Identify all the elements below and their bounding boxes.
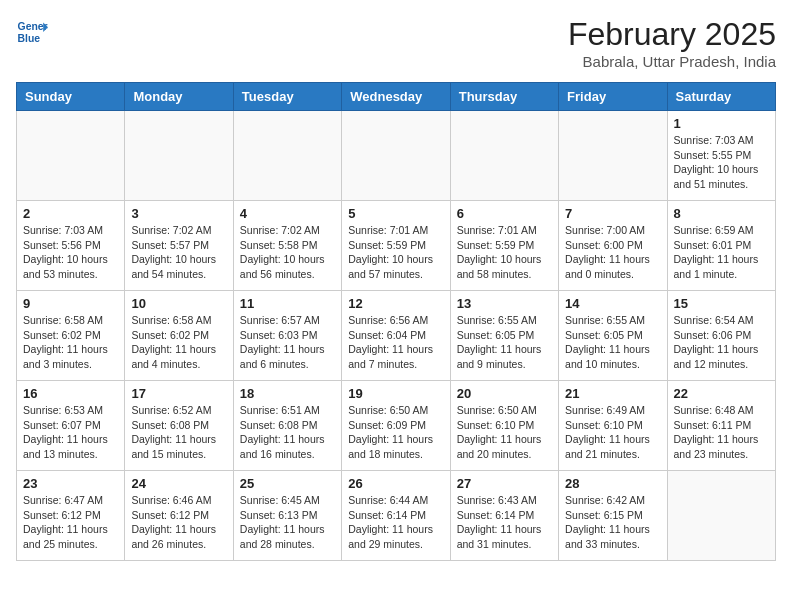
- day-number: 4: [240, 206, 335, 221]
- day-number: 2: [23, 206, 118, 221]
- day-info: Sunrise: 6:42 AMSunset: 6:15 PMDaylight:…: [565, 493, 660, 552]
- day-number: 10: [131, 296, 226, 311]
- page-header: General Blue February 2025 Babrala, Utta…: [16, 16, 776, 70]
- day-number: 5: [348, 206, 443, 221]
- day-info: Sunrise: 6:54 AMSunset: 6:06 PMDaylight:…: [674, 313, 769, 372]
- calendar-cell: [450, 111, 558, 201]
- calendar-cell: 10Sunrise: 6:58 AMSunset: 6:02 PMDayligh…: [125, 291, 233, 381]
- day-info: Sunrise: 6:52 AMSunset: 6:08 PMDaylight:…: [131, 403, 226, 462]
- day-number: 11: [240, 296, 335, 311]
- day-number: 27: [457, 476, 552, 491]
- calendar-cell: [559, 111, 667, 201]
- calendar-cell: 18Sunrise: 6:51 AMSunset: 6:08 PMDayligh…: [233, 381, 341, 471]
- calendar-cell: 14Sunrise: 6:55 AMSunset: 6:05 PMDayligh…: [559, 291, 667, 381]
- calendar-week-4: 16Sunrise: 6:53 AMSunset: 6:07 PMDayligh…: [17, 381, 776, 471]
- calendar-cell: 28Sunrise: 6:42 AMSunset: 6:15 PMDayligh…: [559, 471, 667, 561]
- day-number: 20: [457, 386, 552, 401]
- weekday-header-friday: Friday: [559, 83, 667, 111]
- calendar-cell: 1Sunrise: 7:03 AMSunset: 5:55 PMDaylight…: [667, 111, 775, 201]
- day-info: Sunrise: 6:55 AMSunset: 6:05 PMDaylight:…: [565, 313, 660, 372]
- day-number: 23: [23, 476, 118, 491]
- day-info: Sunrise: 7:00 AMSunset: 6:00 PMDaylight:…: [565, 223, 660, 282]
- calendar-week-3: 9Sunrise: 6:58 AMSunset: 6:02 PMDaylight…: [17, 291, 776, 381]
- day-number: 19: [348, 386, 443, 401]
- day-number: 18: [240, 386, 335, 401]
- calendar-cell: [125, 111, 233, 201]
- calendar-cell: 21Sunrise: 6:49 AMSunset: 6:10 PMDayligh…: [559, 381, 667, 471]
- day-number: 22: [674, 386, 769, 401]
- day-info: Sunrise: 6:45 AMSunset: 6:13 PMDaylight:…: [240, 493, 335, 552]
- day-number: 9: [23, 296, 118, 311]
- logo: General Blue: [16, 16, 48, 48]
- day-info: Sunrise: 6:46 AMSunset: 6:12 PMDaylight:…: [131, 493, 226, 552]
- calendar-cell: 22Sunrise: 6:48 AMSunset: 6:11 PMDayligh…: [667, 381, 775, 471]
- calendar-cell: [17, 111, 125, 201]
- day-info: Sunrise: 6:47 AMSunset: 6:12 PMDaylight:…: [23, 493, 118, 552]
- weekday-header-sunday: Sunday: [17, 83, 125, 111]
- day-number: 13: [457, 296, 552, 311]
- calendar-cell: 11Sunrise: 6:57 AMSunset: 6:03 PMDayligh…: [233, 291, 341, 381]
- day-number: 8: [674, 206, 769, 221]
- weekday-header-monday: Monday: [125, 83, 233, 111]
- calendar-cell: 16Sunrise: 6:53 AMSunset: 6:07 PMDayligh…: [17, 381, 125, 471]
- day-number: 12: [348, 296, 443, 311]
- calendar-cell: [233, 111, 341, 201]
- calendar-cell: 23Sunrise: 6:47 AMSunset: 6:12 PMDayligh…: [17, 471, 125, 561]
- calendar-cell: 19Sunrise: 6:50 AMSunset: 6:09 PMDayligh…: [342, 381, 450, 471]
- day-info: Sunrise: 6:50 AMSunset: 6:10 PMDaylight:…: [457, 403, 552, 462]
- day-info: Sunrise: 6:51 AMSunset: 6:08 PMDaylight:…: [240, 403, 335, 462]
- day-info: Sunrise: 7:03 AMSunset: 5:56 PMDaylight:…: [23, 223, 118, 282]
- day-info: Sunrise: 6:44 AMSunset: 6:14 PMDaylight:…: [348, 493, 443, 552]
- calendar-cell: [667, 471, 775, 561]
- title-block: February 2025 Babrala, Uttar Pradesh, In…: [568, 16, 776, 70]
- calendar-cell: 13Sunrise: 6:55 AMSunset: 6:05 PMDayligh…: [450, 291, 558, 381]
- day-info: Sunrise: 7:01 AMSunset: 5:59 PMDaylight:…: [348, 223, 443, 282]
- day-info: Sunrise: 7:01 AMSunset: 5:59 PMDaylight:…: [457, 223, 552, 282]
- day-number: 1: [674, 116, 769, 131]
- calendar-cell: 24Sunrise: 6:46 AMSunset: 6:12 PMDayligh…: [125, 471, 233, 561]
- day-number: 7: [565, 206, 660, 221]
- day-number: 6: [457, 206, 552, 221]
- day-number: 17: [131, 386, 226, 401]
- calendar-cell: [342, 111, 450, 201]
- calendar-cell: 9Sunrise: 6:58 AMSunset: 6:02 PMDaylight…: [17, 291, 125, 381]
- day-info: Sunrise: 6:48 AMSunset: 6:11 PMDaylight:…: [674, 403, 769, 462]
- day-info: Sunrise: 7:03 AMSunset: 5:55 PMDaylight:…: [674, 133, 769, 192]
- day-number: 21: [565, 386, 660, 401]
- month-year-title: February 2025: [568, 16, 776, 53]
- calendar-cell: 25Sunrise: 6:45 AMSunset: 6:13 PMDayligh…: [233, 471, 341, 561]
- weekday-header-wednesday: Wednesday: [342, 83, 450, 111]
- day-number: 24: [131, 476, 226, 491]
- day-info: Sunrise: 7:02 AMSunset: 5:57 PMDaylight:…: [131, 223, 226, 282]
- calendar-cell: 27Sunrise: 6:43 AMSunset: 6:14 PMDayligh…: [450, 471, 558, 561]
- weekday-header-saturday: Saturday: [667, 83, 775, 111]
- day-info: Sunrise: 6:58 AMSunset: 6:02 PMDaylight:…: [131, 313, 226, 372]
- calendar-cell: 26Sunrise: 6:44 AMSunset: 6:14 PMDayligh…: [342, 471, 450, 561]
- calendar-cell: 3Sunrise: 7:02 AMSunset: 5:57 PMDaylight…: [125, 201, 233, 291]
- day-number: 28: [565, 476, 660, 491]
- logo-icon: General Blue: [16, 16, 48, 48]
- calendar-cell: 7Sunrise: 7:00 AMSunset: 6:00 PMDaylight…: [559, 201, 667, 291]
- svg-text:Blue: Blue: [18, 33, 41, 44]
- day-number: 14: [565, 296, 660, 311]
- calendar-week-5: 23Sunrise: 6:47 AMSunset: 6:12 PMDayligh…: [17, 471, 776, 561]
- day-info: Sunrise: 6:56 AMSunset: 6:04 PMDaylight:…: [348, 313, 443, 372]
- day-info: Sunrise: 6:49 AMSunset: 6:10 PMDaylight:…: [565, 403, 660, 462]
- day-number: 15: [674, 296, 769, 311]
- day-info: Sunrise: 6:59 AMSunset: 6:01 PMDaylight:…: [674, 223, 769, 282]
- day-info: Sunrise: 6:50 AMSunset: 6:09 PMDaylight:…: [348, 403, 443, 462]
- day-number: 16: [23, 386, 118, 401]
- day-number: 25: [240, 476, 335, 491]
- weekday-header-thursday: Thursday: [450, 83, 558, 111]
- calendar-cell: 15Sunrise: 6:54 AMSunset: 6:06 PMDayligh…: [667, 291, 775, 381]
- calendar-cell: 20Sunrise: 6:50 AMSunset: 6:10 PMDayligh…: [450, 381, 558, 471]
- weekday-header-row: SundayMondayTuesdayWednesdayThursdayFrid…: [17, 83, 776, 111]
- calendar-cell: 5Sunrise: 7:01 AMSunset: 5:59 PMDaylight…: [342, 201, 450, 291]
- calendar-cell: 12Sunrise: 6:56 AMSunset: 6:04 PMDayligh…: [342, 291, 450, 381]
- calendar-cell: 2Sunrise: 7:03 AMSunset: 5:56 PMDaylight…: [17, 201, 125, 291]
- day-info: Sunrise: 6:53 AMSunset: 6:07 PMDaylight:…: [23, 403, 118, 462]
- day-number: 3: [131, 206, 226, 221]
- day-info: Sunrise: 6:58 AMSunset: 6:02 PMDaylight:…: [23, 313, 118, 372]
- calendar-cell: 17Sunrise: 6:52 AMSunset: 6:08 PMDayligh…: [125, 381, 233, 471]
- calendar-cell: 8Sunrise: 6:59 AMSunset: 6:01 PMDaylight…: [667, 201, 775, 291]
